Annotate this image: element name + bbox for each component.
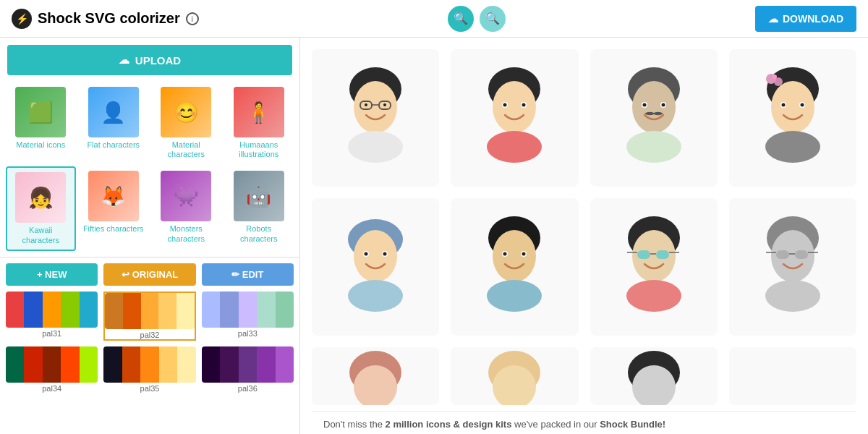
edit-palette-button[interactable]: ✏ EDIT (202, 263, 294, 286)
character-card-empty (729, 347, 856, 405)
svg-point-14 (487, 131, 542, 163)
character-card-person-grey[interactable] (729, 198, 856, 336)
palette-swatch-pal35 (103, 346, 195, 383)
svg-point-21 (626, 131, 681, 163)
character-svg-partial (467, 347, 561, 405)
svg-point-62 (765, 280, 820, 312)
upload-button[interactable]: ☁ UPLOAD (7, 45, 292, 75)
character-svg-man-sunglasses (607, 209, 701, 325)
palette-item-pal31[interactable]: pal31 (6, 292, 98, 341)
search-button-2[interactable]: 🔍 (480, 6, 506, 32)
character-svg-girl-bow (746, 60, 840, 176)
svg-point-20 (661, 103, 665, 107)
download-icon: ☁ (768, 13, 778, 25)
palette-label-pal34: pal34 (42, 384, 61, 393)
svg-point-7 (348, 131, 403, 163)
sidebar-item-flat-characters[interactable]: 👤Flat characters (79, 82, 149, 163)
character-card-partial-partial-2[interactable] (451, 347, 578, 405)
palette-label-pal32: pal32 (140, 331, 160, 339)
palette-item-pal33[interactable]: pal33 (202, 292, 294, 341)
character-card-partial-partial-3[interactable] (590, 347, 718, 405)
character-grid-row3 (312, 347, 856, 405)
character-svg-person-beret (328, 209, 422, 325)
palette-item-pal34[interactable]: pal34 (6, 346, 98, 393)
sidebar: ☁ UPLOAD 🟩Material icons👤Flat characters… (0, 38, 300, 434)
palette-item-pal36[interactable]: pal36 (202, 346, 294, 393)
promo-bar: Don't miss the 2 million icons & design … (312, 411, 856, 434)
palette-grid: pal31pal32pal33pal34pal35pal36 (6, 292, 294, 393)
character-card-man-dark[interactable] (451, 198, 578, 336)
header-search-area: 🔍 🔍 (448, 6, 506, 32)
search-button-1[interactable]: 🔍 (448, 6, 474, 32)
palette-section: + NEW ↩ ORIGINAL ✏ EDIT pal31pal32pal33p… (0, 257, 299, 399)
icon-thumb-material-characters: 😊 (161, 87, 211, 137)
svg-point-9 (493, 81, 536, 133)
svg-point-54 (626, 280, 681, 312)
download-button[interactable]: ☁ DOWNLOAD (755, 6, 856, 32)
sidebar-item-kawaii-characters[interactable]: 👧Kawaii characters (6, 166, 76, 250)
character-card-man-mustache[interactable] (590, 49, 718, 187)
svg-point-37 (365, 252, 368, 256)
new-palette-button[interactable]: + NEW (6, 263, 98, 286)
character-card-man-sunglasses[interactable] (590, 198, 718, 336)
character-card-girl-pink[interactable] (451, 49, 578, 187)
palette-label-pal33: pal33 (238, 329, 258, 338)
character-grid-row1 (312, 49, 856, 336)
content-area: Don't miss the 2 million icons & design … (300, 38, 868, 434)
character-svg-person-grey (746, 209, 840, 325)
svg-point-26 (773, 75, 777, 79)
palette-swatch-pal36 (202, 346, 294, 383)
svg-point-38 (383, 252, 387, 256)
svg-point-30 (800, 103, 804, 107)
info-icon[interactable]: i (186, 12, 199, 25)
svg-point-19 (642, 103, 646, 107)
icon-thumb-humaaans: 🧍 (234, 87, 284, 137)
icon-label-monsters-characters: Monsters characters (154, 224, 218, 243)
character-svg-girl-glasses (328, 60, 422, 176)
svg-point-12 (503, 103, 507, 107)
character-svg-partial (328, 347, 422, 405)
palette-label-pal31: pal31 (42, 329, 61, 338)
icon-thumb-robots-characters: 🤖 (234, 171, 284, 221)
svg-point-46 (487, 280, 542, 312)
sidebar-item-humaaans[interactable]: 🧍Humaaans illustrations (224, 82, 294, 163)
svg-point-6 (383, 103, 386, 106)
character-card-partial-partial-1[interactable] (312, 347, 439, 405)
icon-thumb-material-icons: 🟩 (15, 87, 66, 137)
main-layout: ☁ UPLOAD 🟩Material icons👤Flat characters… (0, 38, 868, 434)
palette-swatch-pal31 (6, 292, 98, 328)
logo-text: Shock SVG colorizer (38, 10, 180, 27)
palette-item-pal35[interactable]: pal35 (103, 346, 195, 393)
icon-thumb-fifties-characters: 🦊 (88, 171, 139, 221)
character-svg-man-mustache (607, 60, 701, 176)
palette-label-pal35: pal35 (140, 384, 160, 393)
icon-label-flat-characters: Flat characters (87, 140, 140, 150)
character-card-girl-bow[interactable] (729, 49, 856, 187)
icon-label-humaaans: Humaaans illustrations (227, 140, 292, 159)
svg-point-41 (493, 230, 536, 282)
character-card-girl-glasses[interactable] (312, 49, 439, 187)
icon-label-robots-characters: Robots characters (227, 224, 292, 243)
palette-item-pal32[interactable]: pal32 (103, 292, 195, 341)
character-svg-girl-pink (467, 60, 561, 176)
svg-point-29 (781, 103, 785, 107)
sidebar-item-fifties-characters[interactable]: 🦊Fifties characters (79, 166, 149, 250)
palette-toolbar: + NEW ↩ ORIGINAL ✏ EDIT (6, 263, 294, 286)
upload-icon: ☁ (119, 54, 129, 67)
sidebar-item-material-icons[interactable]: 🟩Material icons (6, 82, 76, 163)
icon-label-material-icons: Material icons (16, 140, 65, 150)
svg-point-34 (354, 230, 397, 282)
sidebar-item-material-characters[interactable]: 😊Material characters (151, 82, 221, 163)
icon-thumb-monsters-characters: 👾 (161, 171, 211, 221)
sidebar-item-monsters-characters[interactable]: 👾Monsters characters (151, 166, 221, 250)
svg-point-23 (771, 81, 814, 133)
svg-point-13 (522, 103, 526, 107)
palette-swatch-pal34 (6, 346, 98, 383)
character-card-person-beret[interactable] (312, 198, 439, 336)
svg-point-5 (365, 103, 367, 106)
icon-grid: 🟩Material icons👤Flat characters😊Material… (0, 82, 299, 257)
palette-label-pal36: pal36 (238, 384, 258, 393)
sidebar-item-robots-characters[interactable]: 🤖Robots characters (224, 166, 294, 250)
character-svg-partial (607, 347, 701, 405)
original-palette-button[interactable]: ↩ ORIGINAL (103, 263, 195, 286)
